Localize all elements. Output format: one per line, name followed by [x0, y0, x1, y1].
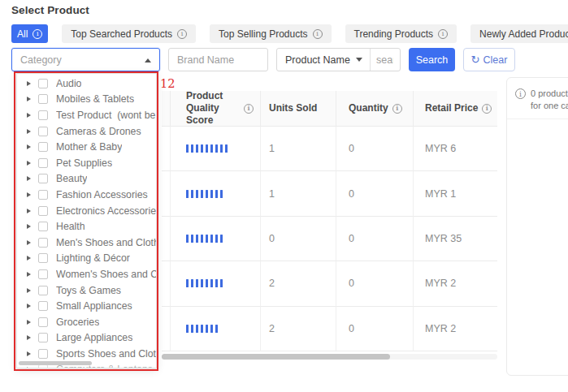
tab-trending-products[interactable]: Trending Productsi — [345, 24, 457, 43]
category-item-toys-games[interactable]: Toys & Games — [17, 282, 156, 299]
expand-caret-icon[interactable] — [27, 176, 31, 181]
quality-bar — [191, 325, 193, 333]
expand-caret-icon[interactable] — [27, 304, 31, 308]
table-row[interactable]: 20MYR 2 — [162, 261, 497, 306]
expand-caret-icon[interactable] — [27, 256, 31, 261]
info-icon[interactable]: i — [33, 29, 42, 39]
category-combobox[interactable] — [11, 48, 160, 71]
category-item-test-product-wont-be-see[interactable]: Test Product (wont be see — [17, 107, 156, 123]
info-icon[interactable]: i — [482, 104, 492, 114]
column-header-label: Retail Price — [425, 102, 478, 114]
search-field-selector[interactable]: Product Name — [277, 49, 370, 71]
quality-bar — [186, 325, 189, 333]
category-checkbox[interactable] — [38, 238, 48, 248]
category-item-label: Men's Shoes and Clothing — [56, 237, 156, 248]
expand-caret-icon[interactable] — [27, 351, 31, 356]
quality-bar — [206, 235, 208, 243]
category-checkbox[interactable] — [38, 94, 48, 104]
category-checkbox[interactable] — [38, 222, 48, 231]
product-search-group: Product Name — [276, 48, 401, 71]
quality-score-cell — [170, 171, 260, 216]
category-checkbox[interactable] — [38, 174, 48, 183]
table-row[interactable]: 10MYR 6 — [162, 127, 497, 171]
category-item-beauty[interactable]: Beauty — [17, 171, 156, 187]
expand-caret-icon[interactable] — [27, 240, 31, 245]
quality-score-bars — [186, 144, 228, 153]
tab-top-searched-products[interactable]: Top Searched Productsi — [62, 24, 196, 43]
category-item-fashion-accessories[interactable]: Fashion Accessories — [17, 187, 156, 203]
brand-name-field[interactable] — [168, 48, 268, 71]
expand-caret-icon[interactable] — [27, 81, 31, 86]
tab-label: Newly Added Products — [479, 28, 568, 40]
category-checkbox[interactable] — [38, 349, 48, 359]
info-icon[interactable]: i — [438, 29, 448, 39]
expand-caret-icon[interactable] — [27, 367, 31, 368]
table-scrollbar-thumb[interactable] — [162, 354, 390, 360]
expand-caret-icon[interactable] — [27, 113, 31, 118]
category-checkbox[interactable] — [38, 317, 48, 327]
category-item-men-s-shoes-and-clothing[interactable]: Men's Shoes and Clothing — [17, 235, 156, 251]
category-checkbox[interactable] — [38, 142, 48, 152]
brand-name-input[interactable] — [169, 49, 267, 71]
category-checkbox[interactable] — [38, 110, 48, 120]
info-icon[interactable]: i — [313, 29, 323, 39]
category-item-large-appliances[interactable]: Large Appliances — [17, 330, 156, 347]
category-item-cameras-drones[interactable]: Cameras & Drones — [17, 123, 156, 140]
category-item-women-s-shoes-and-clothing[interactable]: Women's Shoes and Clothing — [17, 266, 156, 282]
quality-bar — [215, 279, 218, 287]
tab-all[interactable]: Alli — [11, 24, 48, 43]
quantity-cell: 0 — [336, 171, 413, 216]
expand-caret-icon[interactable] — [27, 320, 31, 325]
search-button[interactable]: Search — [409, 48, 455, 71]
product-search-input[interactable] — [370, 49, 400, 71]
category-checkbox[interactable] — [38, 364, 48, 368]
category-checkbox[interactable] — [38, 190, 48, 200]
expand-caret-icon[interactable] — [27, 209, 31, 213]
info-icon[interactable]: i — [392, 104, 402, 114]
category-checkbox[interactable] — [38, 158, 48, 168]
table-row[interactable]: 20MYR 2 — [162, 307, 497, 351]
dropdown-scrollbar-thumb[interactable] — [19, 361, 92, 365]
category-item-lighting-d-cor[interactable]: Lighting & Décor — [17, 251, 156, 267]
category-checkbox[interactable] — [38, 79, 48, 88]
category-item-health[interactable]: Health — [17, 218, 156, 235]
tab-newly-added-products[interactable]: Newly Added Productsi — [470, 24, 568, 43]
category-checkbox[interactable] — [38, 253, 48, 263]
expand-caret-icon[interactable] — [27, 97, 31, 101]
table-row[interactable]: 10MYR 1 — [162, 171, 497, 216]
expand-caret-icon[interactable] — [27, 335, 31, 340]
info-icon[interactable]: i — [244, 104, 254, 114]
expand-caret-icon[interactable] — [27, 288, 31, 293]
retail-price-cell-value: MYR 2 — [425, 323, 456, 334]
category-item-pet-supplies[interactable]: Pet Supplies — [17, 155, 156, 171]
category-checkbox[interactable] — [38, 333, 48, 342]
category-item-label: Electronics Accessories — [56, 205, 156, 217]
quantity-cell-value: 0 — [349, 143, 354, 154]
expand-caret-icon[interactable] — [27, 272, 31, 277]
category-input[interactable] — [12, 49, 159, 71]
category-item-groceries[interactable]: Groceries — [17, 314, 156, 330]
expand-caret-icon[interactable] — [27, 144, 31, 149]
expand-caret-icon[interactable] — [27, 224, 31, 229]
category-item-audio[interactable]: Audio — [17, 75, 156, 92]
category-item-mother-baby[interactable]: Mother & Baby — [17, 139, 156, 155]
category-item-mobiles-tablets[interactable]: Mobiles & Tablets — [17, 92, 156, 108]
category-checkbox[interactable] — [38, 301, 48, 311]
expand-caret-icon[interactable] — [27, 161, 31, 166]
quality-bar — [191, 235, 193, 243]
info-icon[interactable]: i — [177, 29, 187, 39]
expand-caret-icon[interactable] — [27, 192, 31, 197]
expand-caret-icon[interactable] — [27, 129, 31, 134]
category-checkbox[interactable] — [38, 206, 48, 216]
category-item-electronics-accessories[interactable]: Electronics Accessories — [17, 203, 156, 219]
tab-top-selling-products[interactable]: Top Selling Productsi — [210, 24, 331, 43]
info-icon[interactable]: i — [515, 88, 526, 99]
category-checkbox[interactable] — [38, 286, 48, 295]
clear-button[interactable]: ↻ Clear — [463, 48, 515, 71]
category-item-small-appliances[interactable]: Small Appliances — [17, 298, 156, 314]
category-checkbox[interactable] — [38, 269, 48, 279]
column-header-label: Quantity — [349, 102, 388, 114]
category-item-sports-shoes-and-clothing[interactable]: Sports Shoes and Clothing — [17, 346, 156, 362]
category-checkbox[interactable] — [38, 127, 48, 136]
table-row[interactable]: 00MYR 35 — [162, 217, 497, 261]
